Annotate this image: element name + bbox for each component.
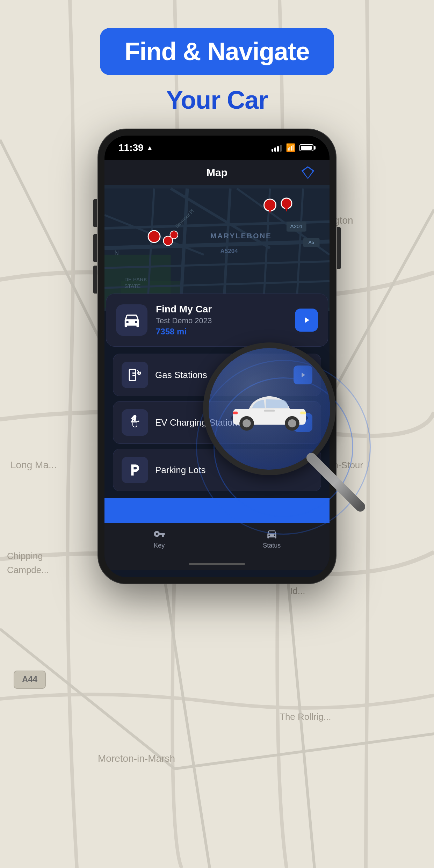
find-my-car-subtitle: Test Demo 2023	[156, 316, 287, 325]
svg-text:A44: A44	[22, 674, 38, 684]
hero-section: Find & Navigate Your Car	[0, 28, 434, 114]
wifi-icon: 📶	[286, 143, 295, 152]
ev-charging-icon	[128, 415, 142, 430]
home-bar	[189, 563, 245, 565]
dynamic-island	[189, 142, 245, 154]
find-my-car-navigate-button[interactable]	[295, 309, 318, 332]
svg-rect-54	[264, 410, 275, 412]
home-indicator	[104, 558, 330, 570]
svg-text:A5: A5	[309, 240, 314, 245]
svg-point-38	[148, 231, 160, 243]
gas-station-icon-box	[122, 362, 148, 388]
svg-point-49	[243, 419, 251, 427]
hero-badge: Find & Navigate	[100, 28, 334, 75]
svg-text:A201: A201	[290, 223, 303, 229]
hero-title: Find & Navigate	[124, 37, 309, 65]
svg-text:Campde...: Campde...	[7, 565, 49, 575]
svg-rect-53	[233, 412, 238, 414]
battery-icon	[299, 144, 316, 151]
ev-charging-icon-box	[122, 409, 148, 436]
status-right: 📶	[272, 143, 316, 152]
parking-icon	[128, 463, 142, 477]
status-time: 11:39 ▲	[118, 142, 153, 153]
svg-text:Id...: Id...	[290, 586, 305, 596]
app-title: Map	[134, 167, 300, 179]
key-tab-label: Key	[154, 542, 165, 549]
car-icon	[122, 311, 141, 330]
status-bar: 11:39 ▲ 📶	[104, 136, 330, 160]
phone-mockup: 11:39 ▲ 📶	[98, 129, 336, 584]
svg-line-55	[311, 458, 360, 507]
signal-bars-icon	[272, 144, 282, 152]
status-tab-label: Status	[263, 542, 281, 549]
premium-diamond-icon[interactable]	[300, 165, 316, 180]
phone-map: A5204 MARYLEBONE DE PARK STATE N A201 A5	[104, 185, 330, 311]
find-my-car-info: Find My Car Test Demo 2023 7358 mi	[156, 304, 287, 337]
parking-icon-box	[122, 457, 148, 483]
tab-key[interactable]: Key	[153, 528, 165, 549]
clock: 11:39	[118, 142, 144, 153]
svg-text:STATE: STATE	[124, 283, 141, 289]
find-my-car-card[interactable]: Find My Car Test Demo 2023 7358 mi	[106, 294, 328, 347]
svg-text:Moreton-in-Marsh: Moreton-in-Marsh	[98, 753, 175, 764]
magnifier-overlay	[203, 342, 364, 503]
svg-point-40	[170, 231, 178, 239]
svg-text:MARYLEBONE: MARYLEBONE	[210, 232, 272, 240]
svg-rect-52	[300, 412, 306, 414]
key-icon	[153, 528, 165, 540]
svg-text:Long Ma...: Long Ma...	[10, 460, 57, 470]
find-my-car-distance: 7358 mi	[156, 327, 287, 337]
svg-text:N: N	[114, 249, 118, 256]
svg-text:A5204: A5204	[220, 248, 238, 254]
gas-pump-icon	[128, 368, 142, 382]
svg-text:The Rollrig...: The Rollrig...	[280, 711, 331, 722]
svg-point-51	[288, 419, 296, 427]
car-in-magnifier-svg	[224, 381, 315, 437]
app-header: Map	[104, 160, 330, 185]
car-icon-box	[116, 304, 147, 336]
find-my-car-title: Find My Car	[156, 304, 287, 315]
svg-text:DE PARK: DE PARK	[124, 276, 147, 282]
magnifier-handle-svg	[304, 451, 367, 514]
svg-text:Chipping: Chipping	[7, 551, 43, 561]
hero-subtitle: Your Car	[166, 86, 268, 114]
location-arrow-icon: ▲	[146, 144, 153, 152]
